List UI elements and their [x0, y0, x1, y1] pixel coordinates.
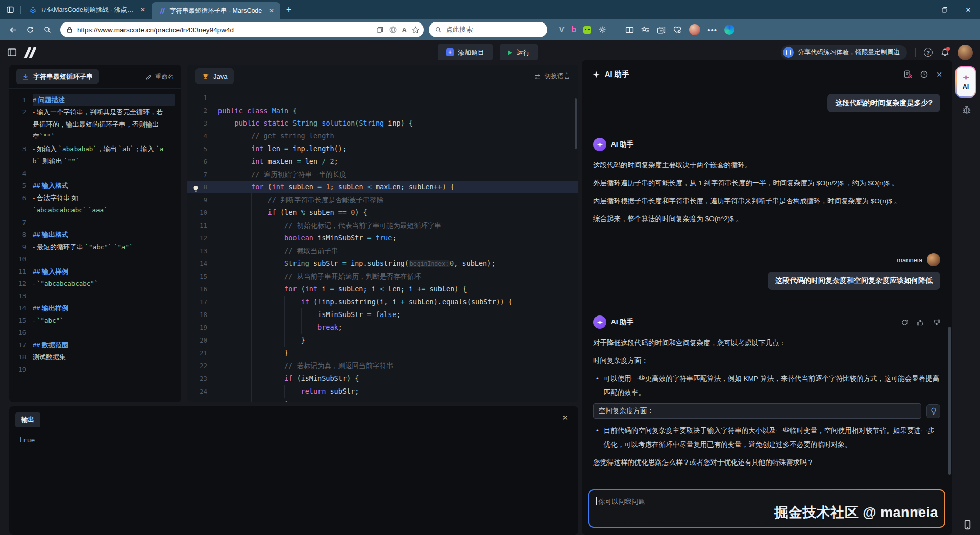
code-line[interactable]: 10if (len % subLen == 0) {	[187, 206, 578, 219]
message-actions[interactable]	[901, 319, 940, 326]
output-close-icon[interactable]: ✕	[562, 414, 568, 422]
watermark-text: 掘金技术社区 @ manneia	[774, 503, 938, 522]
help-icon[interactable]: ?	[924, 48, 933, 57]
run-button[interactable]: 运行	[500, 44, 538, 60]
code-line[interactable]: 9// 判断字符串长度是否能被子串整除	[187, 193, 578, 206]
sidebar-toggle-icon[interactable]	[7, 47, 17, 57]
add-problem-button[interactable]: + 添加题目	[438, 44, 493, 60]
close-panel-icon[interactable]: ✕	[936, 70, 942, 79]
extension-v-icon[interactable]: V	[559, 26, 564, 34]
browser-tab-marscode[interactable]: 字符串最短循环子串 - MarsCode ✕	[152, 2, 280, 19]
new-chat-icon[interactable]	[903, 70, 912, 79]
ai-assistant-panel: AI 助手 ✕ 这段代码的时间复杂度是多少?AI 助手这段代码的时间复杂度主要取…	[582, 60, 952, 535]
rename-button[interactable]: 重命名	[145, 72, 175, 81]
user-avatar	[927, 253, 940, 266]
chat-scrollbar[interactable]	[948, 327, 951, 475]
problem-line: 15- `"abc"`	[9, 314, 181, 327]
code-line[interactable]: 8for (int subLen = 1; subLen < maxLen; s…	[187, 181, 578, 193]
user-avatar[interactable]	[958, 45, 973, 60]
code-line[interactable]: 11// 初始化标记，代表当前字串可能为最短循环字串	[187, 219, 578, 232]
chat-thread[interactable]: 这段代码的时间复杂度是多少?AI 助手这段代码的时间复杂度主要取决于两个嵌套的循…	[582, 86, 947, 481]
code-line[interactable]: 17if (!inp.substring(i, i + subLen).equa…	[187, 296, 578, 308]
code-line[interactable]: 19break;	[187, 321, 578, 334]
code-line[interactable]: 15// 从当前子串开始遍历，判断是否存在循环	[187, 270, 578, 283]
collections-icon[interactable]	[657, 26, 666, 34]
notification-bell-icon[interactable]	[941, 48, 949, 57]
ai-rail-button[interactable]: AI	[955, 66, 976, 98]
browser-menu-icon[interactable]: •••	[707, 26, 717, 34]
code-line[interactable]: 6int maxLen = len / 2;	[187, 155, 578, 168]
code-line[interactable]: 22// 若标记为真，则返回当前字符串	[187, 359, 578, 372]
back-icon[interactable]	[5, 22, 20, 37]
code-line[interactable]: 25}	[187, 398, 578, 402]
ai-name: AI 助手	[611, 318, 633, 327]
extension-b-icon[interactable]: b	[571, 25, 576, 34]
collections-add-icon[interactable]	[376, 26, 384, 34]
restore-button[interactable]	[933, 0, 957, 19]
code-line[interactable]: 12boolean isMinSubStr = true;	[187, 232, 578, 245]
code-line[interactable]: 16for (int i = subLen; i < len; i += sub…	[187, 283, 578, 296]
bug-icon[interactable]	[961, 104, 972, 115]
code-line[interactable]: 2public class Main {	[187, 104, 578, 117]
switch-language-button[interactable]: 切换语言	[534, 72, 570, 81]
extension-pet-icon[interactable]	[583, 26, 591, 34]
assistant-paragraph: 时间复杂度方面：	[593, 354, 940, 368]
read-aloud-icon[interactable]: A	[402, 26, 407, 34]
code-line[interactable]: 1	[187, 91, 578, 104]
code-line[interactable]: 21}	[187, 347, 578, 359]
problem-lines[interactable]: 1# 问题描述2- 输入一个字符串，判断其是否完全循环，若是循环的，输出最短的循…	[9, 89, 181, 376]
marscode-favicon	[158, 7, 165, 15]
translate-icon[interactable]	[389, 26, 397, 34]
refresh-icon[interactable]	[22, 22, 38, 37]
code-line[interactable]: 18isMinSubStr = false;	[187, 308, 578, 321]
split-screen-icon[interactable]	[625, 26, 634, 34]
history-icon[interactable]	[920, 70, 928, 79]
tab-close-icon[interactable]: ✕	[267, 7, 276, 14]
assistant-paragraph: 综合起来，整个算法的时间复杂度为 $O(n^2)$ 。	[593, 212, 940, 226]
code-line[interactable]: 23if (isMinSubStr) {	[187, 372, 578, 385]
problem-line: 17## 数据范围	[9, 339, 181, 351]
favorite-star-icon[interactable]	[412, 26, 420, 34]
lightbulb-icon[interactable]	[192, 185, 199, 193]
tab-actions-icon[interactable]	[0, 6, 20, 14]
code-lines[interactable]: 12public class Main {3public static Stri…	[187, 88, 578, 402]
ai-avatar-icon	[593, 315, 606, 329]
address-bar[interactable]: https://www.marscode.cn/practice/ln433ne…	[60, 22, 424, 37]
browser-tab-juejin[interactable]: 豆包MarsCode刷题挑战 - 沸点 - 掘金 ✕	[23, 0, 152, 19]
switch-language-label: 切换语言	[545, 72, 570, 81]
regenerate-icon[interactable]	[901, 319, 909, 326]
code-line[interactable]: 4// get string length	[187, 130, 578, 142]
url-text[interactable]: https://www.marscode.cn/practice/ln433ne…	[77, 26, 234, 34]
output-tab[interactable]: 输出	[15, 412, 40, 427]
minimize-button[interactable]	[910, 0, 933, 19]
editor-scrollbar[interactable]	[575, 98, 577, 149]
code-line[interactable]: 20}	[187, 334, 578, 347]
search-box[interactable]: 点此搜索	[429, 22, 547, 37]
tab-close-icon[interactable]: ✕	[138, 6, 148, 13]
code-line[interactable]: 3public static String solution(String in…	[187, 117, 578, 130]
code-line[interactable]: 14String subStr = inp.substring(beginInd…	[187, 257, 578, 270]
thumbs-down-icon[interactable]	[933, 319, 940, 326]
close-window-button[interactable]: ✕	[957, 0, 980, 19]
code-line[interactable]: 5int len = inp.length();	[187, 142, 578, 155]
copilot-icon[interactable]	[724, 25, 734, 35]
search-placeholder: 点此搜索	[446, 25, 473, 34]
device-icon[interactable]	[962, 519, 973, 530]
browser-essentials-icon[interactable]	[673, 26, 682, 34]
toolbar-search-icon[interactable]	[40, 22, 55, 37]
new-tab-button[interactable]: +	[280, 5, 298, 15]
favorites-hub-icon[interactable]	[641, 26, 650, 34]
code-line[interactable]: 13// 截取当前子串	[187, 245, 578, 257]
problem-panel: 字符串最短循环子串 重命名 1# 问题描述2- 输入一个字符串，判断其是否完全循…	[9, 65, 181, 402]
problem-line: 3- 如输入 `abababab`，输出 `ab`；输入 `ab` 则输出 `"…	[9, 143, 181, 167]
problem-title-pill[interactable]: 字符串最短循环子串	[16, 69, 99, 84]
play-icon	[508, 50, 512, 55]
language-tab[interactable]: Java	[195, 68, 234, 84]
extension-flower-icon[interactable]	[598, 26, 606, 34]
code-line[interactable]: 24return subStr;	[187, 385, 578, 398]
insight-bulb-button[interactable]	[926, 404, 940, 418]
promo-banner[interactable]: 分享代码练习体验，领限量定制周边	[781, 45, 907, 60]
thumbs-up-icon[interactable]	[917, 319, 924, 326]
browser-profile-avatar[interactable]	[689, 24, 700, 35]
code-line[interactable]: 7// 遍历初始字符串一半的长度	[187, 168, 578, 181]
